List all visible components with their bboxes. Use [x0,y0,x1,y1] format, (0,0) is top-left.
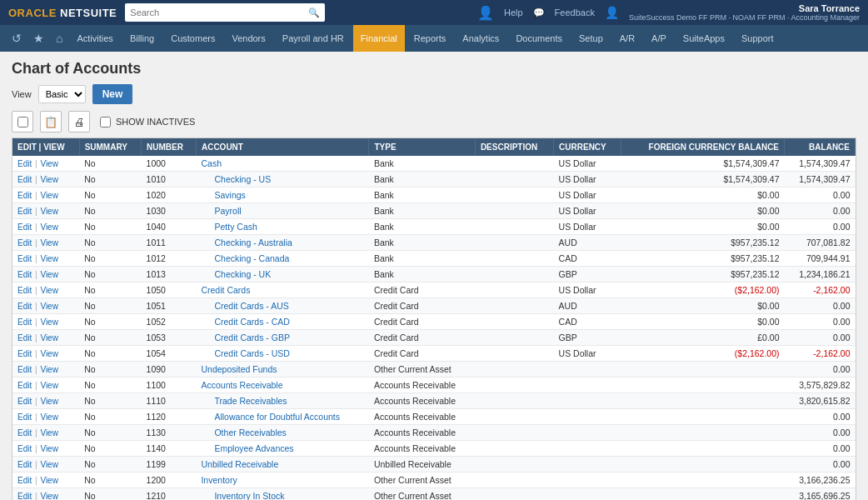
show-inactives-checkbox[interactable] [100,117,111,128]
nav-payroll[interactable]: Payroll and HR [275,25,352,52]
account-link[interactable]: Credit Cards - CAD [214,317,289,327]
edit-link[interactable]: Edit [17,492,32,500]
view-link[interactable]: View [40,412,58,422]
account-link[interactable]: Payroll [214,206,241,216]
account-link[interactable]: Other Receivables [214,428,286,438]
account-link[interactable]: Cash [201,158,222,168]
edit-view-links: Edit | View [17,270,58,279]
view-link[interactable]: View [40,238,58,248]
select-all-checkbox[interactable] [17,117,28,128]
view-link[interactable]: View [40,349,58,358]
nav-vendors[interactable]: Vendors [224,25,272,52]
edit-link[interactable]: Edit [17,318,32,327]
nav-financial[interactable]: Financial [353,25,405,52]
edit-link[interactable]: Edit [17,381,32,390]
account-link[interactable]: Inventory In Stock [214,491,284,500]
nav-home-icon[interactable]: ⌂ [51,28,67,48]
edit-link[interactable]: Edit [17,191,32,200]
view-link[interactable]: View [40,333,58,342]
edit-link[interactable]: Edit [17,349,32,358]
nav-billing[interactable]: Billing [122,25,162,52]
view-link[interactable]: View [40,318,58,327]
edit-link[interactable]: Edit [17,333,32,342]
view-link[interactable]: View [40,302,58,311]
view-link[interactable]: View [40,397,58,406]
account-link[interactable]: Undeposited Funds [201,364,277,374]
edit-link[interactable]: Edit [17,286,32,295]
search-bar[interactable]: 🔍 [125,3,325,22]
nav-support[interactable]: Support [734,25,781,52]
view-link[interactable]: View [40,175,58,184]
account-link[interactable]: Trade Receivables [214,396,287,406]
view-link[interactable]: View [40,444,58,453]
view-link[interactable]: View [40,191,58,200]
search-input[interactable] [130,8,308,18]
help-label[interactable]: Help [504,8,523,18]
view-link[interactable]: View [40,460,58,469]
account-link[interactable]: Allowance for Doubtful Accounts [214,412,340,422]
view-link[interactable]: View [40,381,58,390]
export-csv-btn[interactable]: 📋 [40,111,62,132]
view-link[interactable]: View [40,492,58,500]
feedback-label[interactable]: Feedback [555,8,595,18]
nav-ap[interactable]: A/P [644,25,674,52]
recent-icon[interactable]: 👤 [477,5,494,21]
account-link[interactable]: Checking - Canada [214,253,289,263]
account-link[interactable]: Unbilled Receivable [201,459,278,469]
print-btn[interactable]: 🖨 [68,111,90,132]
view-link[interactable]: View [40,365,58,374]
edit-link[interactable]: Edit [17,207,32,216]
edit-link[interactable]: Edit [17,412,32,422]
edit-link[interactable]: Edit [17,302,32,311]
account-link[interactable]: Credit Cards - AUS [214,301,288,311]
account-link[interactable]: Employee Advances [214,443,293,453]
nav-analytics[interactable]: Analytics [455,25,506,52]
view-link[interactable]: View [40,207,58,216]
edit-link[interactable]: Edit [17,460,32,469]
account-link[interactable]: Accounts Receivable [201,380,282,390]
cell-currency: GBP [554,330,621,346]
edit-link[interactable]: Edit [17,222,32,232]
nav-ar[interactable]: A/R [612,25,642,52]
view-link[interactable]: View [40,428,58,438]
edit-link[interactable]: Edit [17,428,32,438]
edit-link[interactable]: Edit [17,238,32,248]
edit-link[interactable]: Edit [17,175,32,184]
account-link[interactable]: Checking - US [214,174,271,184]
edit-link[interactable]: Edit [17,254,32,263]
nav-suiteapps[interactable]: SuiteApps [676,25,732,52]
edit-view-links: Edit | View [17,428,58,438]
edit-link[interactable]: Edit [17,159,32,168]
edit-link[interactable]: Edit [17,444,32,453]
view-link[interactable]: View [40,159,58,168]
view-select[interactable]: Basic [38,85,86,103]
view-link[interactable]: View [40,254,58,263]
cell-fcb: ($2,162.00) [621,282,784,298]
edit-link[interactable]: Edit [17,476,32,485]
edit-link[interactable]: Edit [17,365,32,374]
new-button[interactable]: New [92,84,133,104]
account-link[interactable]: Credit Cards - GBP [214,332,289,342]
account-link[interactable]: Checking - UK [214,269,271,279]
account-link[interactable]: Savings [214,190,245,200]
nav-star-icon[interactable]: ★ [28,28,49,48]
view-link[interactable]: View [40,270,58,279]
account-link[interactable]: Inventory [201,475,237,485]
nav-refresh-icon[interactable]: ↺ [7,28,27,48]
checkbox-all-btn[interactable] [12,111,33,132]
view-link[interactable]: View [40,222,58,232]
view-link[interactable]: View [40,286,58,295]
account-link[interactable]: Credit Cards [201,285,250,295]
nav-activities[interactable]: Activities [69,25,120,52]
nav-setup[interactable]: Setup [571,25,611,52]
table-row: Edit | View No 1120 Allowance for Doubtf… [12,409,856,425]
account-link[interactable]: Credit Cards - USD [214,348,289,358]
nav-reports[interactable]: Reports [407,25,454,52]
nav-documents[interactable]: Documents [508,25,570,52]
edit-link[interactable]: Edit [17,270,32,279]
edit-link[interactable]: Edit [17,397,32,406]
account-link[interactable]: Petty Cash [214,222,257,232]
account-link[interactable]: Checking - Australia [214,238,292,248]
view-link[interactable]: View [40,476,58,485]
nav-customers[interactable]: Customers [163,25,222,52]
